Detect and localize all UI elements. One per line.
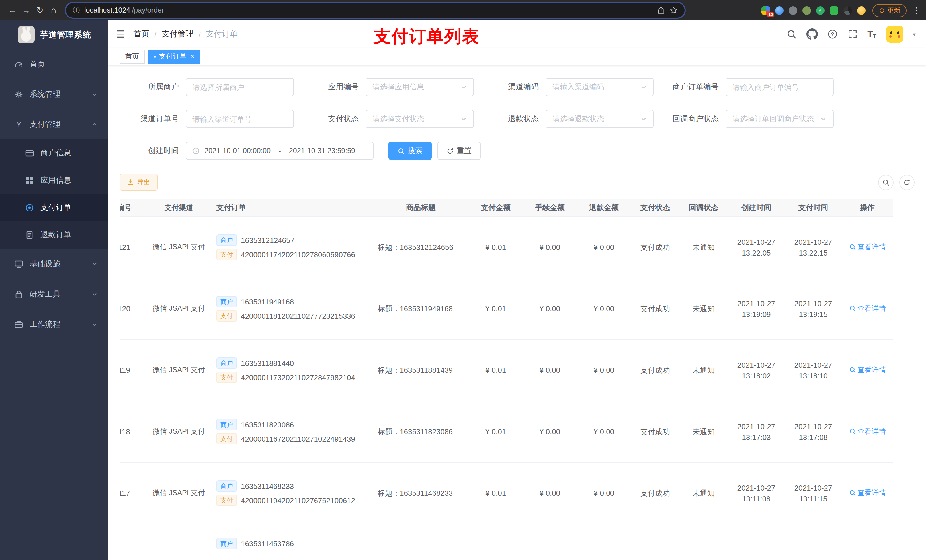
extension-face-icon[interactable]	[857, 6, 865, 15]
sidebar-item-home[interactable]: 首页	[0, 49, 108, 79]
pay-tag: 支付	[216, 310, 237, 322]
extension-pinwheel-icon[interactable]	[843, 6, 852, 15]
pay-order-line: 支付4200001167202110271022491439	[216, 433, 365, 444]
filter-merchant: 所属商户	[120, 78, 294, 96]
sidebar-item-infrastructure[interactable]: 基础设施	[0, 249, 108, 279]
tab-close-icon[interactable]: ×	[190, 53, 194, 60]
view-detail-link[interactable]: 查看详情	[849, 427, 886, 436]
pay-tag: 支付	[216, 495, 237, 506]
cell-action: 查看详情	[842, 304, 893, 314]
sidebar-item-label: 退款订单	[41, 230, 108, 240]
select-placeholder: 请选择支付状态	[372, 114, 460, 124]
sidebar-item-refund-order[interactable]: 退款订单	[0, 221, 108, 249]
extension-gray-icon[interactable]	[789, 6, 797, 15]
refresh-table-button[interactable]	[899, 174, 915, 190]
view-detail-link[interactable]: 查看详情	[849, 488, 886, 498]
col-header-title: 商品标题	[369, 202, 469, 213]
browser-menu-icon[interactable]: ⋮	[912, 6, 920, 15]
help-icon[interactable]: ?	[828, 29, 838, 39]
browser-back-icon[interactable]: ←	[6, 0, 20, 21]
cell-paid: 2021-10-2713:19:15	[785, 298, 842, 320]
cell-channel: 微信 JSAPI 支付	[148, 242, 210, 252]
sidebar-item-system[interactable]: 系统管理	[0, 79, 108, 109]
dashboard-icon	[14, 59, 23, 69]
user-menu-caret-icon[interactable]: ▾	[913, 31, 916, 37]
sidebar-item-label: 首页	[30, 59, 98, 69]
extension-badge: 10	[767, 12, 774, 17]
sidebar-item-dev-tools[interactable]: 研发工具	[0, 279, 108, 309]
merchant-order-line: 商户1635311468233	[216, 480, 365, 492]
browser-update-button[interactable]: 更新	[873, 4, 906, 17]
pay-status-select[interactable]: 请选择支付状态	[366, 110, 474, 128]
filter-label: 支付状态	[300, 114, 366, 124]
sidebar-item-pay-order[interactable]: 支付订单	[0, 194, 108, 221]
toggle-search-button[interactable]	[878, 174, 894, 190]
created-date: 2021-10-27	[732, 482, 780, 493]
browser-reload-icon[interactable]: ↻	[33, 0, 47, 21]
sidebar-item-merchant-info[interactable]: 商户信息	[0, 139, 108, 167]
created-time: 13:22:05	[732, 247, 780, 258]
channel-code-select[interactable]: 请输入渠道编码	[546, 78, 654, 96]
refund-status-select[interactable]: 请选择退款状态	[546, 110, 654, 128]
merchant-order-line: 商户1635311881440	[216, 358, 365, 369]
breadcrumb-item[interactable]: 支付管理	[162, 29, 194, 39]
target-icon	[25, 203, 34, 212]
view-detail-link[interactable]: 查看详情	[849, 365, 886, 375]
browser-forward-icon[interactable]: →	[20, 0, 33, 21]
date-range-picker[interactable]: 2021-10-01 00:00:00 - 2021-10-31 23:59:5…	[186, 142, 374, 160]
url-bar[interactable]: ⓘ localhost:1024 /pay/order	[66, 3, 684, 18]
notify-status-select[interactable]: 请选择订单回调商户状态	[726, 110, 834, 128]
sidebar: 芋道管理系统 首页 系统管理 ¥ 支付管理	[0, 21, 108, 560]
tab-pay-order[interactable]: ● 支付订单 ×	[148, 49, 200, 63]
download-icon	[127, 179, 134, 186]
bookmark-star-icon[interactable]	[670, 6, 678, 14]
breadcrumb-item[interactable]: 首页	[133, 29, 150, 39]
cell-title: 标题：1635311881439	[369, 365, 469, 375]
view-detail-link[interactable]: 查看详情	[849, 242, 886, 252]
merchant-input[interactable]	[186, 78, 294, 96]
merchant-order-line: 商户1635311453786	[216, 538, 365, 549]
view-detail-link[interactable]: 查看详情	[849, 304, 886, 314]
created-date: 2021-10-27	[732, 298, 780, 309]
app-frame: 芋道管理系统 首页 系统管理 ¥ 支付管理	[0, 21, 926, 560]
cell-refund: ¥ 0.00	[577, 366, 631, 374]
github-icon[interactable]	[806, 29, 818, 40]
cell-channel: 微信 JSAPI 支付	[148, 304, 210, 314]
site-info-icon[interactable]: ⓘ	[73, 5, 80, 15]
refresh-icon	[446, 147, 454, 154]
export-button[interactable]: 导出	[120, 174, 158, 191]
extension-drop-icon[interactable]	[775, 6, 784, 15]
pay-tag: 支付	[216, 433, 237, 444]
created-date: 2021-10-27	[732, 359, 780, 370]
merchant-order-no-input[interactable]	[726, 78, 834, 96]
sidebar-item-app-info[interactable]: 应用信息	[0, 167, 108, 194]
extension-puzzle-icon[interactable]: 10	[761, 6, 770, 15]
extension-check-icon[interactable]: ✓	[816, 6, 825, 15]
sidebar-item-payment[interactable]: ¥ 支付管理	[0, 109, 108, 139]
font-size-icon[interactable]: TT	[867, 29, 876, 39]
credit-card-icon	[25, 148, 34, 158]
channel-order-no-input[interactable]	[186, 110, 294, 128]
reset-button[interactable]: 重置	[437, 142, 481, 160]
tab-home[interactable]: 首页	[120, 49, 145, 63]
extension-olive-icon[interactable]	[802, 6, 811, 15]
app-id-select[interactable]: 请选择应用信息	[366, 78, 474, 96]
app-logo[interactable]: 芋道管理系统	[0, 21, 108, 49]
fullscreen-icon[interactable]	[847, 29, 858, 39]
browser-home-icon[interactable]: ⌂	[47, 0, 61, 21]
sidebar-item-workflow[interactable]: 工作流程	[0, 309, 108, 339]
sidebar-toggle-icon[interactable]: ☰	[116, 28, 125, 40]
search-icon[interactable]	[787, 29, 797, 39]
breadcrumb-current: 支付订单	[206, 29, 238, 39]
cell-fee: ¥ 0.00	[523, 366, 577, 374]
cell-title: 标题：1635312124656	[369, 242, 469, 252]
merchant-tag: 商户	[216, 480, 237, 492]
cell-status: 支付成功	[631, 488, 679, 498]
user-avatar[interactable]	[886, 26, 903, 43]
search-button[interactable]: 搜索	[388, 142, 432, 160]
share-icon[interactable]	[657, 6, 665, 14]
cell-action: 查看详情	[842, 365, 893, 375]
extension-chat-icon[interactable]	[830, 6, 838, 15]
sidebar-item-label: 工作流程	[30, 319, 85, 329]
cell-paid: 2021-10-2713:17:08	[785, 421, 842, 442]
